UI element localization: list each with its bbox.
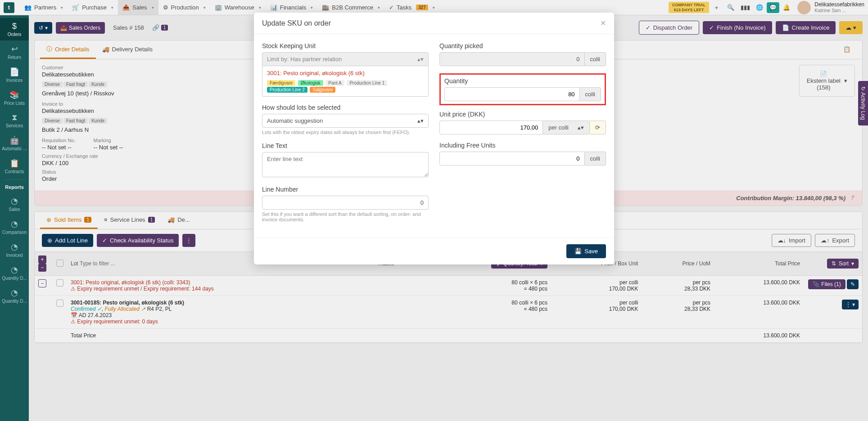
update-sku-modal: Update SKU on order ✕ Stock Keeping Unit… bbox=[254, 13, 614, 15]
